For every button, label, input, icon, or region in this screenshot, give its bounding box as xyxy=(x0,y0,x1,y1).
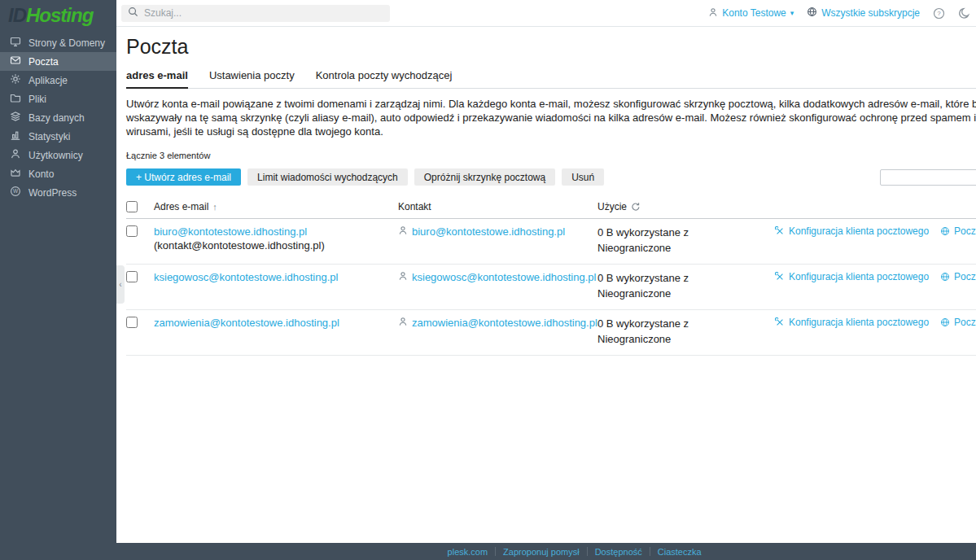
email-cell: zamowienia@kontotestowe.idhosting.pl xyxy=(154,317,398,330)
sidebar-item-label: Konto xyxy=(28,168,54,180)
usage-cell: 0 B wykorzystane z Nieograniczone xyxy=(597,225,775,256)
sidebar-collapse-handle[interactable]: ‹ xyxy=(116,265,125,304)
sidebar-item-websites[interactable]: Strony & Domeny xyxy=(0,33,116,52)
kontakt-link[interactable]: ksiegowosc@kontotestowe.idhosting.pl xyxy=(412,271,596,283)
content: Poczta adres e-mail Ustawienia poczty Ko… xyxy=(116,27,976,543)
topbar-right: Konto Testowe ▾ Wszystkie subskrypcje ? … xyxy=(708,4,976,22)
tab-mail-settings[interactable]: Ustawienia poczty xyxy=(209,69,295,88)
sidebar-item-label: Bazy danych xyxy=(28,112,85,124)
select-all-checkbox[interactable] xyxy=(126,201,138,212)
page-description: Utwórz konta e-mail powiązane z twoimi d… xyxy=(126,97,976,138)
footer-link-suggest-idea[interactable]: Zaproponuj pomysł xyxy=(496,547,587,557)
mail-client-config-link[interactable]: Konfiguracja klienta pocztowego xyxy=(775,271,929,282)
row-checkbox-cell xyxy=(126,225,154,239)
tabs: adres e-mail Ustawienia poczty Kontrola … xyxy=(126,69,976,89)
webmail-link[interactable]: Poczta webowa xyxy=(940,317,976,328)
global-search-input[interactable] xyxy=(144,7,383,19)
chevron-down-icon: ▾ xyxy=(790,9,794,17)
header-usage: Użycie xyxy=(597,201,775,212)
account-label: Konto Testowe xyxy=(722,7,786,19)
email-link[interactable]: ksiegowosc@kontotestowe.idhosting.pl xyxy=(154,271,338,283)
kontakt-link[interactable]: biuro@kontotestowe.idhosting.pl xyxy=(412,225,565,238)
database-icon xyxy=(10,111,21,125)
table-row: biuro@kontotestowe.idhosting.pl (kontakt… xyxy=(126,219,976,265)
help-button[interactable]: ? xyxy=(933,7,945,20)
user-icon xyxy=(10,148,21,162)
search-icon xyxy=(128,7,138,20)
table-filter-input[interactable] xyxy=(885,172,976,183)
table-row: ksiegowosc@kontotestowe.idhosting.pl ksi… xyxy=(126,265,976,310)
footer-link-accessibility[interactable]: Dostępność xyxy=(588,547,650,557)
question-circle-icon: ? xyxy=(933,7,945,20)
sidebar-item-label: WordPress xyxy=(28,187,77,199)
page-title: Poczta xyxy=(126,35,976,59)
tab-outgoing-mail-control[interactable]: Kontrola poczty wychodzącej xyxy=(316,69,453,88)
sidebar-item-label: Poczta xyxy=(28,56,59,68)
webmail-link[interactable]: Poczta webowa xyxy=(940,225,976,237)
mail-client-config-link[interactable]: Konfiguracja klienta pocztowego xyxy=(775,317,929,328)
footer: plesk.com Zaproponuj pomysł Dostępność C… xyxy=(116,543,976,560)
sidebar-item-users[interactable]: Użytkownicy xyxy=(0,146,116,164)
row-checkbox[interactable] xyxy=(126,271,138,282)
refresh-usage-button[interactable] xyxy=(631,202,641,212)
email-link[interactable]: biuro@kontotestowe.idhosting.pl xyxy=(154,225,307,238)
account-icon xyxy=(10,167,21,181)
header-email[interactable]: Adres e-mail ↑ xyxy=(154,201,398,212)
actions-cell: Konfiguracja klienta pocztowego Poczta w… xyxy=(775,225,976,237)
sidebar-item-label: Pliki xyxy=(28,94,46,105)
sidebar-item-label: Aplikacje xyxy=(28,75,68,86)
sidebar-item-statistics[interactable]: Statystyki xyxy=(0,127,116,146)
sidebar-item-applications[interactable]: Aplikacje xyxy=(0,71,116,90)
email-note: (kontakt@kontotestowe.idhosting.pl) xyxy=(154,239,325,252)
table-filter[interactable] xyxy=(880,169,976,186)
header-kontakt[interactable]: Kontakt xyxy=(398,201,597,212)
mail-client-config-link[interactable]: Konfiguracja klienta pocztowego xyxy=(775,225,929,237)
person-icon xyxy=(398,271,408,283)
create-email-button[interactable]: + Utwórz adres e-mail xyxy=(126,168,241,186)
subscriptions-label: Wszystkie subskrypcje xyxy=(821,7,920,19)
kontakt-cell: ksiegowosc@kontotestowe.idhosting.pl xyxy=(398,271,597,283)
globe-icon xyxy=(940,226,950,236)
sidebar-item-mail[interactable]: Poczta xyxy=(0,52,116,71)
idhosting-logo[interactable]: IDHosting xyxy=(0,0,116,32)
sidebar-item-label: Użytkownicy xyxy=(28,150,83,161)
table-row: zamowienia@kontotestowe.idhosting.pl zam… xyxy=(126,310,976,356)
person-icon xyxy=(398,317,408,329)
actions-cell: Konfiguracja klienta pocztowego Poczta w… xyxy=(775,317,976,328)
topbar: Konto Testowe ▾ Wszystkie subskrypcje ? … xyxy=(116,0,976,27)
row-checkbox-cell xyxy=(126,317,154,330)
bar-chart-icon xyxy=(10,129,21,143)
footer-link-plesk-com[interactable]: plesk.com xyxy=(440,547,496,557)
row-checkbox[interactable] xyxy=(126,317,138,328)
sort-asc-icon: ↑ xyxy=(212,202,217,212)
sidebar-item-databases[interactable]: Bazy danych xyxy=(0,108,116,127)
email-table: Adres e-mail ↑ Kontakt Użycie biuro@kont… xyxy=(126,196,976,355)
items-counter: Łącznie 3 elementów xyxy=(126,151,976,160)
gear-icon xyxy=(10,73,21,87)
kontakt-cell: biuro@kontotestowe.idhosting.pl xyxy=(398,225,597,238)
sidebar-item-label: Statystyki xyxy=(28,131,70,142)
header-checkbox-cell xyxy=(126,201,154,212)
global-search[interactable] xyxy=(121,5,390,22)
chevron-left-icon: ‹ xyxy=(119,280,121,289)
row-checkbox[interactable] xyxy=(126,225,138,237)
outgoing-limit-button[interactable]: Limit wiadomości wychodzących xyxy=(247,168,408,186)
footer-link-cookies[interactable]: Ciasteczka xyxy=(650,547,709,557)
account-menu[interactable]: Konto Testowe ▾ xyxy=(708,7,794,20)
mail-icon xyxy=(10,55,21,68)
person-icon xyxy=(708,7,718,20)
sidebar-item-account[interactable]: Konto xyxy=(0,164,116,183)
sidebar-item-wordpress[interactable]: W WordPress xyxy=(0,183,116,202)
tab-email-addresses[interactable]: adres e-mail xyxy=(126,69,188,89)
globe-icon xyxy=(807,7,817,20)
row-checkbox-cell xyxy=(126,271,154,285)
email-link[interactable]: zamowienia@kontotestowe.idhosting.pl xyxy=(154,317,339,329)
webmail-link[interactable]: Poczta webowa xyxy=(940,271,976,282)
empty-mailbox-button[interactable]: Opróżnij skrzynkę pocztową xyxy=(414,168,555,186)
kontakt-link[interactable]: zamowienia@kontotestowe.idhosting.pl xyxy=(412,317,597,329)
sidebar-item-files[interactable]: Pliki xyxy=(0,90,116,108)
all-subscriptions-link[interactable]: Wszystkie subskrypcje xyxy=(807,7,920,20)
dark-mode-toggle[interactable] xyxy=(958,7,970,20)
svg-text:W: W xyxy=(13,188,19,194)
delete-button[interactable]: Usuń xyxy=(562,168,604,186)
